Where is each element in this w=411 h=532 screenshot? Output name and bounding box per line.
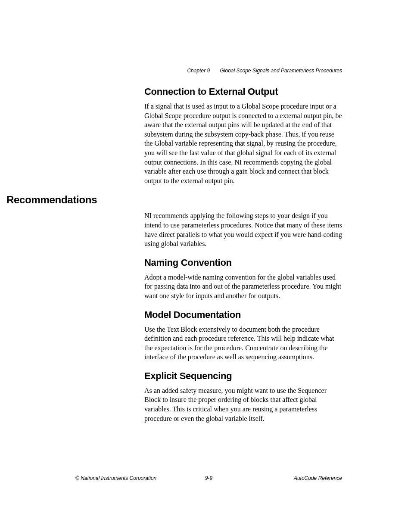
heading-naming: Naming Convention [144,257,342,268]
page-header: Chapter 9 Global Scope Signals and Param… [187,68,342,74]
section-documentation: Model Documentation Use the Text Block e… [144,309,342,362]
heading-connection: Connection to External Output [144,86,342,97]
chapter-number: Chapter 9 [187,68,210,74]
section-connection: Connection to External Output If a signa… [144,86,342,185]
footer-copyright: © National Instruments Corporation [75,475,156,481]
chapter-title: Global Scope Signals and Parameterless P… [220,68,342,74]
section-sequencing: Explicit Sequencing As an added safety m… [144,370,342,423]
heading-documentation: Model Documentation [144,309,342,320]
body-naming: Adopt a model-wide naming convention for… [144,273,342,301]
section-recommendations: Recommendations NI recommends applying t… [75,194,342,248]
footer-doc-title: AutoCode Reference [294,475,342,481]
body-documentation: Use the Text Block extensively to docume… [144,325,342,362]
footer-page-number: 9-9 [205,475,212,481]
body-sequencing: As an added safety measure, you might wa… [144,386,342,423]
body-connection: If a signal that is used as input to a G… [144,102,342,185]
heading-recommendations: Recommendations [6,194,342,206]
body-recommendations: NI recommends applying the following ste… [144,211,342,248]
section-naming: Naming Convention Adopt a model-wide nam… [144,257,342,301]
page-content: Connection to External Output If a signa… [75,86,342,432]
page-footer: © National Instruments Corporation 9-9 A… [75,475,342,481]
heading-sequencing: Explicit Sequencing [144,370,342,382]
